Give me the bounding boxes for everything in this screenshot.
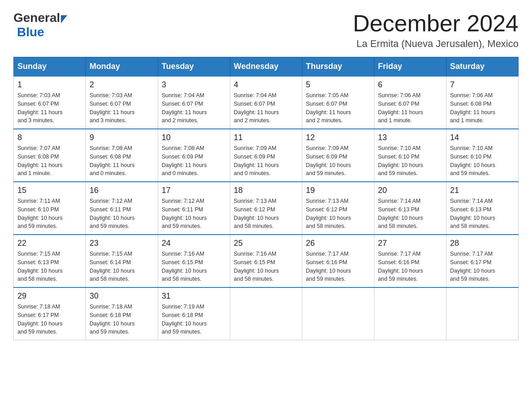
calendar-day-31: 31Sunrise: 7:19 AM Sunset: 6:18 PM Dayli… — [158, 287, 230, 340]
logo-blue-text: Blue — [15, 25, 44, 39]
day-info: Sunrise: 7:05 AM Sunset: 6:07 PM Dayligh… — [306, 91, 370, 125]
empty-cell — [374, 287, 446, 340]
weekday-header-saturday: Saturday — [446, 57, 519, 77]
location-text: La Ermita (Nueva Jerusalen), Mexico — [353, 38, 519, 50]
day-info: Sunrise: 7:10 AM Sunset: 6:10 PM Dayligh… — [378, 144, 442, 178]
day-number: 29 — [17, 291, 82, 301]
day-number: 25 — [234, 239, 298, 248]
day-number: 31 — [162, 291, 226, 301]
page-header: General Blue December 2024 La Ermita (Nu… — [13, 11, 519, 50]
day-number: 5 — [306, 80, 370, 90]
day-info: Sunrise: 7:06 AM Sunset: 6:07 PM Dayligh… — [378, 91, 442, 125]
day-info: Sunrise: 7:08 AM Sunset: 6:08 PM Dayligh… — [90, 144, 154, 178]
day-info: Sunrise: 7:17 AM Sunset: 6:17 PM Dayligh… — [450, 250, 515, 283]
day-info: Sunrise: 7:09 AM Sunset: 6:09 PM Dayligh… — [234, 144, 298, 178]
day-number: 10 — [162, 133, 226, 142]
calendar-day-18: 18Sunrise: 7:13 AM Sunset: 6:12 PM Dayli… — [230, 182, 302, 235]
day-info: Sunrise: 7:13 AM Sunset: 6:12 PM Dayligh… — [234, 197, 298, 231]
weekday-header-wednesday: Wednesday — [230, 57, 302, 77]
calendar-day-29: 29Sunrise: 7:18 AM Sunset: 6:17 PM Dayli… — [14, 287, 86, 340]
day-info: Sunrise: 7:16 AM Sunset: 6:15 PM Dayligh… — [234, 250, 298, 283]
calendar-day-23: 23Sunrise: 7:15 AM Sunset: 6:14 PM Dayli… — [86, 235, 158, 287]
calendar-day-28: 28Sunrise: 7:17 AM Sunset: 6:17 PM Dayli… — [446, 235, 519, 287]
calendar-day-10: 10Sunrise: 7:08 AM Sunset: 6:09 PM Dayli… — [158, 129, 230, 182]
empty-cell — [446, 287, 519, 340]
day-number: 16 — [90, 186, 154, 195]
day-info: Sunrise: 7:16 AM Sunset: 6:15 PM Dayligh… — [162, 250, 226, 283]
calendar-day-24: 24Sunrise: 7:16 AM Sunset: 6:15 PM Dayli… — [158, 235, 230, 287]
day-number: 17 — [162, 186, 226, 195]
calendar-day-2: 2Sunrise: 7:03 AM Sunset: 6:07 PM Daylig… — [86, 76, 158, 129]
day-info: Sunrise: 7:15 AM Sunset: 6:14 PM Dayligh… — [90, 250, 154, 283]
weekday-header-thursday: Thursday — [302, 57, 374, 77]
day-number: 6 — [378, 80, 442, 90]
day-info: Sunrise: 7:19 AM Sunset: 6:18 PM Dayligh… — [162, 303, 226, 336]
day-number: 15 — [17, 186, 82, 195]
calendar-day-20: 20Sunrise: 7:14 AM Sunset: 6:13 PM Dayli… — [374, 182, 446, 235]
day-number: 18 — [234, 186, 298, 195]
calendar-day-4: 4Sunrise: 7:04 AM Sunset: 6:07 PM Daylig… — [230, 76, 302, 129]
calendar-day-7: 7Sunrise: 7:06 AM Sunset: 6:08 PM Daylig… — [446, 76, 519, 129]
day-number: 19 — [306, 186, 370, 195]
day-info: Sunrise: 7:04 AM Sunset: 6:07 PM Dayligh… — [234, 91, 298, 125]
day-number: 30 — [90, 291, 154, 301]
empty-cell — [302, 287, 374, 340]
calendar-day-16: 16Sunrise: 7:12 AM Sunset: 6:11 PM Dayli… — [86, 182, 158, 235]
weekday-header-sunday: Sunday — [14, 57, 86, 77]
day-info: Sunrise: 7:03 AM Sunset: 6:07 PM Dayligh… — [90, 91, 154, 125]
calendar-day-9: 9Sunrise: 7:08 AM Sunset: 6:08 PM Daylig… — [86, 129, 158, 182]
weekday-header-monday: Monday — [86, 57, 158, 77]
day-info: Sunrise: 7:12 AM Sunset: 6:11 PM Dayligh… — [90, 197, 154, 231]
day-info: Sunrise: 7:10 AM Sunset: 6:10 PM Dayligh… — [450, 144, 515, 178]
logo-general-text: General — [13, 11, 60, 25]
month-title: December 2024 — [353, 11, 519, 36]
day-info: Sunrise: 7:13 AM Sunset: 6:12 PM Dayligh… — [306, 197, 370, 231]
calendar-day-6: 6Sunrise: 7:06 AM Sunset: 6:07 PM Daylig… — [374, 76, 446, 129]
day-number: 28 — [450, 239, 515, 248]
day-number: 7 — [450, 80, 515, 90]
calendar-day-30: 30Sunrise: 7:18 AM Sunset: 6:18 PM Dayli… — [86, 287, 158, 340]
logo: General Blue — [13, 11, 67, 39]
calendar-day-21: 21Sunrise: 7:14 AM Sunset: 6:13 PM Dayli… — [446, 182, 519, 235]
day-number: 20 — [378, 186, 442, 195]
calendar-day-25: 25Sunrise: 7:16 AM Sunset: 6:15 PM Dayli… — [230, 235, 302, 287]
day-number: 8 — [17, 133, 82, 142]
day-number: 13 — [378, 133, 442, 142]
day-info: Sunrise: 7:17 AM Sunset: 6:16 PM Dayligh… — [378, 250, 442, 283]
day-info: Sunrise: 7:08 AM Sunset: 6:09 PM Dayligh… — [162, 144, 226, 178]
weekday-header-tuesday: Tuesday — [158, 57, 230, 77]
calendar-day-14: 14Sunrise: 7:10 AM Sunset: 6:10 PM Dayli… — [446, 129, 519, 182]
day-number: 9 — [90, 133, 154, 142]
day-info: Sunrise: 7:14 AM Sunset: 6:13 PM Dayligh… — [450, 197, 515, 231]
empty-cell — [230, 287, 302, 340]
day-number: 26 — [306, 239, 370, 248]
day-info: Sunrise: 7:03 AM Sunset: 6:07 PM Dayligh… — [17, 91, 82, 125]
day-info: Sunrise: 7:18 AM Sunset: 6:18 PM Dayligh… — [90, 303, 154, 336]
day-info: Sunrise: 7:04 AM Sunset: 6:07 PM Dayligh… — [162, 91, 226, 125]
calendar-day-5: 5Sunrise: 7:05 AM Sunset: 6:07 PM Daylig… — [302, 76, 374, 129]
day-info: Sunrise: 7:07 AM Sunset: 6:08 PM Dayligh… — [17, 144, 82, 178]
day-info: Sunrise: 7:09 AM Sunset: 6:09 PM Dayligh… — [306, 144, 370, 178]
day-number: 4 — [234, 80, 298, 90]
day-number: 22 — [17, 239, 82, 248]
day-info: Sunrise: 7:12 AM Sunset: 6:11 PM Dayligh… — [162, 197, 226, 231]
day-number: 1 — [17, 80, 82, 90]
day-info: Sunrise: 7:17 AM Sunset: 6:16 PM Dayligh… — [306, 250, 370, 283]
day-info: Sunrise: 7:14 AM Sunset: 6:13 PM Dayligh… — [378, 197, 442, 231]
calendar-day-13: 13Sunrise: 7:10 AM Sunset: 6:10 PM Dayli… — [374, 129, 446, 182]
day-info: Sunrise: 7:18 AM Sunset: 6:17 PM Dayligh… — [17, 303, 82, 336]
day-info: Sunrise: 7:15 AM Sunset: 6:13 PM Dayligh… — [17, 250, 82, 283]
day-number: 23 — [90, 239, 154, 248]
weekday-header-friday: Friday — [374, 57, 446, 77]
day-number: 11 — [234, 133, 298, 142]
calendar-day-26: 26Sunrise: 7:17 AM Sunset: 6:16 PM Dayli… — [302, 235, 374, 287]
day-number: 14 — [450, 133, 515, 142]
calendar-day-19: 19Sunrise: 7:13 AM Sunset: 6:12 PM Dayli… — [302, 182, 374, 235]
day-info: Sunrise: 7:11 AM Sunset: 6:10 PM Dayligh… — [17, 197, 82, 231]
day-info: Sunrise: 7:06 AM Sunset: 6:08 PM Dayligh… — [450, 91, 515, 125]
day-number: 24 — [162, 239, 226, 248]
title-area: December 2024 La Ermita (Nueva Jerusalen… — [353, 11, 519, 50]
day-number: 3 — [162, 80, 226, 90]
day-number: 27 — [378, 239, 442, 248]
day-number: 2 — [90, 80, 154, 90]
